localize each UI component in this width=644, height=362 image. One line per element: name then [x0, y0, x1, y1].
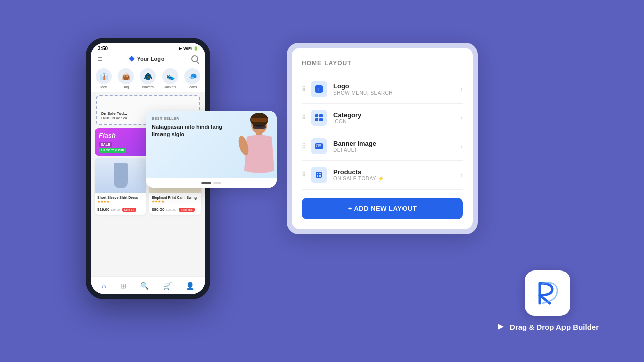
panel-title: HOME LAYOUT: [302, 60, 463, 67]
svg-rect-5: [253, 125, 266, 129]
brand-area: Drag & Drop App Builder: [496, 270, 599, 332]
product-card-1[interactable]: ♡ Short Sleeve Shirt Dress ★★★★ $19.00 $…: [95, 158, 146, 215]
home-layout-panel-outer: HOME LAYOUT ⠿ L Logo SHOW MENU, SEARCH ›…: [287, 43, 478, 234]
brand-text-row: Drag & Drop App Builder: [496, 322, 599, 332]
logo-icon-box: L: [311, 81, 327, 97]
svg-rect-6: [251, 118, 268, 122]
cat-bag[interactable]: 👜 Bag: [117, 68, 135, 89]
drag-handle-products: ⠿: [302, 171, 306, 178]
products-icon-box: [311, 167, 327, 183]
cat-jackets[interactable]: 👟 Jackets: [161, 68, 179, 89]
category-scroll: 👔 Men 👜 Bag 🧥 Blazers 👟 Jackets 🧢 Jeans: [91, 65, 205, 92]
flash-sub: SALE: [99, 142, 112, 147]
drag-handle-banner: ⠿: [302, 143, 306, 150]
bs-title: Nalagpasan nito hindi lang limang siglo: [152, 123, 225, 139]
phone-header: ☰ Your Logo: [91, 52, 205, 65]
banner-item-sub: DEFAULT: [333, 147, 460, 153]
app-icon: [525, 270, 570, 316]
chevron-right-products: ›: [460, 171, 463, 179]
svg-rect-0: [129, 56, 135, 61]
brand-tagline: Drag & Drop App Builder: [510, 323, 599, 331]
category-icon-box: [311, 110, 327, 126]
status-icons: ▶ WiFi 🔋: [179, 46, 198, 51]
svg-point-15: [317, 145, 318, 146]
on-sale-label: On Sale Tod... ENDS IN 42 : 24: [101, 111, 127, 120]
cat-blazers[interactable]: 🧥 Blazers: [139, 68, 157, 89]
promo-badge: UP TO 70% OFF: [99, 148, 126, 153]
svg-rect-9: [315, 114, 318, 117]
svg-rect-12: [319, 118, 323, 121]
home-layout-panel: HOME LAYOUT ⠿ L Logo SHOW MENU, SEARCH ›…: [292, 48, 473, 229]
layout-item-category[interactable]: ⠿ Category ICON ›: [302, 104, 463, 132]
cat-men[interactable]: 👔 Men: [95, 68, 113, 89]
category-item-name: Category: [333, 111, 460, 119]
svg-rect-18: [319, 173, 321, 174]
svg-rect-10: [319, 114, 323, 117]
play-triangle-icon: [496, 322, 506, 332]
heart-icon[interactable]: ♡: [139, 160, 143, 165]
grid-nav-icon[interactable]: ⊞: [120, 282, 126, 290]
menu-icon[interactable]: ☰: [98, 56, 102, 62]
diamond-icon: [129, 56, 135, 62]
svg-rect-19: [317, 175, 318, 177]
layout-item-products[interactable]: ⠿ Products ON SALE TODAY ⚡ ›: [302, 161, 463, 190]
search-icon[interactable]: [191, 55, 198, 62]
bs-badge: BEST SELLER: [152, 117, 225, 120]
products-item-name: Products: [333, 168, 460, 176]
chevron-right-category: ›: [460, 114, 463, 122]
cart-nav-icon[interactable]: 🛒: [163, 282, 172, 290]
status-time: 3:50: [98, 46, 108, 51]
best-seller-card: BEST SELLER Nalagpasan nito hindi lang l…: [146, 111, 277, 188]
svg-rect-20: [319, 175, 321, 177]
layout-item-logo[interactable]: ⠿ L Logo SHOW MENU, SEARCH ›: [302, 75, 463, 104]
logo-item-sub: SHOW MENU, SEARCH: [333, 90, 460, 96]
products-item-sub: ON SALE TODAY ⚡: [333, 176, 460, 182]
chevron-right-logo: ›: [460, 85, 463, 93]
drag-handle-logo: ⠿: [302, 85, 306, 93]
layout-item-banner[interactable]: ⠿ Banner Image DEFAULT ›: [302, 132, 463, 161]
bs-dots: [146, 178, 277, 188]
banner-item-name: Banner Image: [333, 140, 460, 147]
search-nav-icon[interactable]: 🔍: [140, 282, 149, 290]
logo-item-name: Logo: [333, 82, 460, 90]
svg-rect-16: [316, 172, 322, 178]
svg-rect-11: [315, 118, 318, 121]
chevron-right-banner: ›: [460, 142, 463, 150]
phone-bottom-nav: ⌂ ⊞ 🔍 🛒 👤: [91, 276, 205, 294]
svg-rect-17: [317, 173, 318, 174]
cat-jeans[interactable]: 🧢 Jeans: [183, 68, 201, 89]
profile-nav-icon[interactable]: 👤: [186, 282, 194, 290]
phone-logo: Your Logo: [129, 56, 164, 62]
add-layout-button[interactable]: + ADD NEW LAYOUT: [302, 198, 463, 219]
drag-handle-category: ⠿: [302, 114, 306, 121]
category-item-sub: ICON: [333, 119, 460, 124]
svg-text:L: L: [318, 87, 320, 92]
home-nav-icon[interactable]: ⌂: [102, 282, 106, 290]
status-bar: 3:50 ▶ WiFi 🔋: [91, 43, 205, 52]
banner-icon-box: [311, 138, 327, 154]
bs-model-image: [231, 111, 277, 178]
